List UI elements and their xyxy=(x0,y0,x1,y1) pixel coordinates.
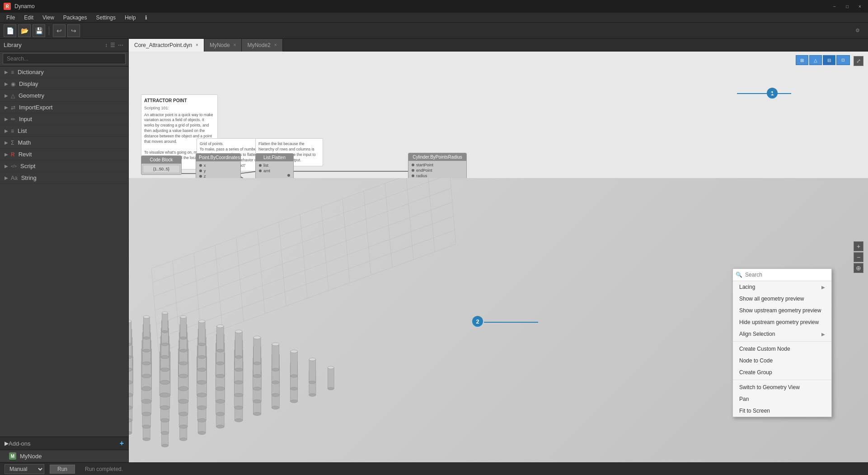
sidebar-item-importexport[interactable]: ▶ ⇄ ImportExport xyxy=(0,102,128,113)
redo-button[interactable]: ↪ xyxy=(67,24,80,37)
tab-mynode[interactable]: MyNode × xyxy=(204,39,242,52)
menu-info[interactable]: ℹ xyxy=(141,14,152,22)
svg-point-225 xyxy=(216,387,225,391)
close-tab-icon[interactable]: × xyxy=(196,42,198,47)
preview-btn-2[interactable]: △ xyxy=(809,55,822,65)
undo-button[interactable]: ↩ xyxy=(53,24,66,37)
node-list-flatten[interactable]: List.Flatten list amt xyxy=(255,153,294,179)
svg-point-320 xyxy=(235,330,242,333)
svg-point-300 xyxy=(161,343,168,346)
sidebar-item-label: String xyxy=(21,174,37,181)
tab-core-attractor[interactable]: Core_AttractorPoint.dyn × xyxy=(129,39,204,52)
ctx-item-fit-to-screen[interactable]: Fit to Screen xyxy=(733,405,831,417)
close-tab-icon[interactable]: × xyxy=(274,42,277,47)
expand-button[interactable]: ⤢ xyxy=(854,56,863,66)
svg-point-204 xyxy=(142,374,151,378)
zoom-out-button[interactable]: − xyxy=(854,252,863,262)
ctx-divider-1 xyxy=(733,341,831,342)
sidebar-item-label: ImportExport xyxy=(19,104,52,111)
svg-point-132 xyxy=(179,412,188,416)
addons-expand-icon: ▶ xyxy=(5,440,9,447)
ctx-item-hide-upstream-geo[interactable]: Hide upstream geometry preview xyxy=(733,316,831,328)
svg-point-332 xyxy=(162,312,168,314)
svg-line-24 xyxy=(258,230,265,314)
library-more-icon[interactable]: ⋯ xyxy=(117,42,125,48)
svg-point-333 xyxy=(162,330,168,333)
sidebar-item-string[interactable]: ▶ Aa String xyxy=(0,172,128,184)
sidebar-item-dictionary[interactable]: ▶ ≡ Dictionary xyxy=(0,66,128,78)
zoom-fit-button[interactable]: ⊕ xyxy=(854,263,863,273)
sidebar-item-list[interactable]: ▶ ≡ List xyxy=(0,125,128,137)
zoom-in-button[interactable]: + xyxy=(854,241,863,251)
ctx-item-pan[interactable]: Pan xyxy=(733,393,831,405)
toolbar: 📄 📂 💾 ↩ ↪ ⚙ xyxy=(0,23,868,39)
menu-settings[interactable]: Settings xyxy=(92,14,120,22)
save-button[interactable]: 💾 xyxy=(33,24,45,37)
context-search-input[interactable] xyxy=(745,272,829,278)
ctx-item-create-group[interactable]: Create Group xyxy=(733,367,831,378)
svg-point-36 xyxy=(161,444,168,447)
menu-view[interactable]: View xyxy=(38,14,59,22)
sidebar-item-input[interactable]: ▶ ✏ Input xyxy=(0,113,128,125)
maximize-button[interactable]: □ xyxy=(843,2,852,11)
preview-btn-1[interactable]: ⊞ xyxy=(796,55,808,65)
ctx-item-lacing[interactable]: Lacing ▶ xyxy=(733,281,831,293)
preview-btn-3[interactable]: ⊟ xyxy=(823,55,835,65)
svg-point-294 xyxy=(198,355,206,358)
svg-point-315 xyxy=(272,368,279,372)
run-mode-container: Manual Automatic xyxy=(5,464,44,474)
graph-canvas[interactable]: ATTRACTOR POINT Scripting 101: An attrac… xyxy=(129,52,868,462)
tab-mynode2[interactable]: MyNode2 × xyxy=(242,39,282,52)
sidebar-item-label: MyNode xyxy=(20,453,42,460)
titlebar: R Dynamo − □ × xyxy=(0,0,868,13)
library-sort-icon[interactable]: ↕ xyxy=(103,42,109,48)
svg-point-261 xyxy=(197,368,206,372)
menu-help[interactable]: Help xyxy=(120,14,141,22)
ctx-item-create-custom-node[interactable]: Create Custom Node xyxy=(733,343,831,355)
svg-point-330 xyxy=(180,337,187,339)
svg-point-192 xyxy=(216,400,225,404)
expand-icon: ▶ xyxy=(5,175,8,180)
sidebar-item-geometry[interactable]: ▶ △ Geometry xyxy=(0,90,128,102)
sidebar-item-mynode[interactable]: M MyNode xyxy=(0,450,128,462)
open-button[interactable]: 📂 xyxy=(18,24,31,37)
add-addon-button[interactable]: + xyxy=(120,439,124,447)
close-tab-icon[interactable]: × xyxy=(234,42,236,47)
search-box xyxy=(0,52,128,66)
library-view-icon[interactable]: ☰ xyxy=(109,42,117,48)
menu-edit[interactable]: Edit xyxy=(19,14,38,22)
run-mode-select[interactable]: Manual Automatic xyxy=(5,464,44,474)
ctx-item-show-upstream-geo[interactable]: Show upstream geometry preview xyxy=(733,305,831,316)
new-button[interactable]: 📄 xyxy=(4,24,16,37)
close-button[interactable]: × xyxy=(855,2,864,11)
menu-file[interactable]: File xyxy=(2,14,19,22)
sidebar-item-script[interactable]: ▶ </> Script xyxy=(0,160,128,172)
ctx-item-node-to-code[interactable]: Node to Code xyxy=(733,355,831,367)
script-icon: </> xyxy=(11,164,17,169)
svg-point-126 xyxy=(216,425,224,428)
svg-point-69 xyxy=(161,431,169,434)
list-icon: ≡ xyxy=(11,128,14,134)
node-code-block-1[interactable]: Code Block {1..50..5} xyxy=(141,155,182,175)
sidebar-item-revit[interactable]: ▶ R Revit xyxy=(0,149,128,160)
mynode-icon: M xyxy=(9,452,16,460)
ctx-item-switch-geometry-view[interactable]: Switch to Geometry View xyxy=(733,381,831,393)
statusbar: Manual Automatic Run Run completed. xyxy=(0,462,868,475)
addons-header[interactable]: ▶ Add-ons + xyxy=(0,437,128,450)
svg-point-279 xyxy=(291,387,298,390)
menu-packages[interactable]: Packages xyxy=(59,14,92,22)
ctx-item-align-selection[interactable]: Align Selection ▶ xyxy=(733,328,831,340)
preview-btn-4[interactable]: ⊡ xyxy=(836,55,850,65)
sidebar-item-math[interactable]: ▶ Σ Math xyxy=(0,137,128,149)
app-title: Dynamo xyxy=(14,3,35,9)
ctx-item-show-all-geo[interactable]: Show all geometry preview xyxy=(733,293,831,305)
svg-point-129 xyxy=(197,419,206,422)
svg-point-168 xyxy=(160,393,170,397)
geometry-icon: △ xyxy=(11,93,15,99)
svg-point-195 xyxy=(197,393,207,397)
sidebar-item-display[interactable]: ▶ ◉ Display xyxy=(0,78,128,90)
run-button[interactable]: Run xyxy=(50,465,75,474)
canvas-area: Core_AttractorPoint.dyn × MyNode × MyNod… xyxy=(129,39,868,462)
library-search-input[interactable] xyxy=(3,53,126,64)
minimize-button[interactable]: − xyxy=(830,2,839,11)
